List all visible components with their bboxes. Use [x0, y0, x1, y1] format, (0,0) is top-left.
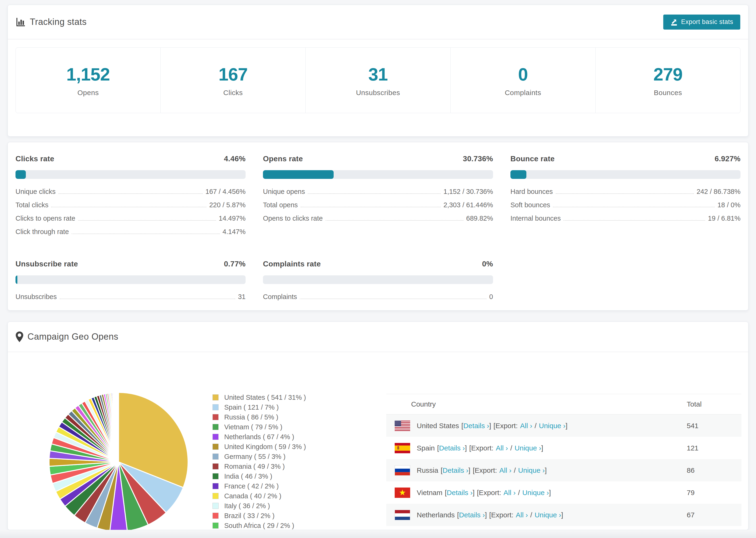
rate-detail-value: 14.497%	[219, 215, 246, 222]
rate-detail-value: 689.82%	[466, 215, 493, 222]
rate-panel-bounce-rate: Bounce rate6.927%Hard bounces242 / 86.73…	[511, 152, 740, 241]
legend-label: Italy ( 36 / 2% )	[224, 502, 270, 510]
total-value: 86	[687, 466, 741, 474]
details-link[interactable]: Details ›	[463, 422, 489, 430]
rate-detail-row: Unique opens1,152 / 30.736%	[263, 188, 493, 201]
rates-grid: Clicks rate4.46%Unique clicks167 / 4.456…	[16, 152, 740, 306]
export-basic-stats-button[interactable]: Export basic stats	[663, 15, 740, 29]
legend-label: Germany ( 55 / 3% )	[224, 453, 286, 460]
rate-progress-fill	[263, 170, 334, 179]
export-icon	[670, 18, 678, 26]
legend-item-france: France ( 42 / 2% )	[212, 481, 306, 491]
export-all-link[interactable]: All ›	[504, 489, 516, 497]
rate-panel-unsubscribe-rate: Unsubscribe rate0.77%Unsubscribes31	[16, 257, 245, 306]
legend-swatch	[212, 404, 219, 410]
total-value: 541	[687, 422, 741, 430]
legend-item-united-kingdom: United Kingdom ( 59 / 3% )	[212, 442, 306, 452]
rate-detail-value: 167 / 4.456%	[205, 188, 245, 195]
details-link[interactable]: Details ›	[447, 489, 473, 497]
country-name: United States	[417, 422, 459, 430]
rate-detail-row: Complaints0	[263, 293, 493, 306]
geo-section-title: Campaign Geo Opens	[27, 332, 118, 342]
export-unique-link[interactable]: Unique ›	[522, 489, 549, 497]
export-all-link[interactable]: All ›	[516, 511, 528, 519]
map-pin-icon	[16, 331, 23, 342]
legend-item-germany: Germany ( 55 / 3% )	[212, 452, 306, 461]
rate-detail-value: 220 / 5.87%	[209, 201, 245, 209]
export-unique-link[interactable]: Unique ›	[514, 444, 541, 452]
rate-detail-row: Clicks to opens rate14.497%	[16, 215, 245, 228]
stat-label: Opens	[78, 89, 99, 97]
rate-detail-label: Total opens	[263, 201, 298, 209]
bar-chart-icon	[16, 17, 26, 27]
details-link[interactable]: Details ›	[439, 444, 465, 452]
rate-title: Clicks rate	[16, 154, 54, 163]
nl-flag-icon	[395, 510, 410, 520]
rate-title: Complaints rate	[263, 260, 321, 268]
export-button-label: Export basic stats	[681, 18, 733, 26]
stat-label: Complaints	[505, 89, 541, 97]
rate-detail-label: Clicks to opens rate	[16, 215, 75, 222]
legend-item-romania: Romania ( 49 / 3% )	[212, 461, 306, 471]
legend-item-netherlands: Netherlands ( 67 / 4% )	[212, 432, 306, 442]
dotted-leader	[326, 220, 463, 221]
legend-item-united-states: United States ( 541 / 31% )	[212, 393, 306, 402]
stat-value: 31	[368, 64, 388, 84]
rate-detail-value: 0	[489, 293, 493, 301]
rate-detail-row: Soft bounces18 / 0%	[511, 201, 740, 215]
rate-progress-bar	[263, 170, 493, 179]
rate-value: 4.46%	[224, 154, 245, 163]
dotted-leader	[553, 207, 715, 207]
rate-progress-bar	[511, 170, 740, 179]
details-link[interactable]: Details ›	[459, 511, 485, 519]
rate-value: 6.927%	[715, 154, 740, 163]
vn-flag-icon	[395, 488, 410, 498]
rate-value: 0%	[482, 260, 493, 268]
export-unique-link[interactable]: Unique ›	[535, 511, 561, 519]
pie-slice-other[interactable]	[118, 393, 119, 462]
legend-item-brazil: Brazil ( 33 / 2% )	[212, 511, 306, 521]
legend-swatch	[212, 473, 219, 479]
rate-progress-bar	[263, 275, 493, 284]
tracking-stats-card: Tracking stats Export basic stats 1,152O…	[8, 5, 748, 136]
details-link[interactable]: Details ›	[443, 466, 468, 474]
rate-detail-label: Internal bounces	[511, 215, 561, 222]
legend-label: India ( 46 / 3% )	[224, 472, 272, 480]
stat-label: Bounces	[654, 89, 682, 97]
total-value: 67	[687, 511, 741, 519]
geo-table-row-vietnam: Vietnam[Details ›][Export:All ›/Unique ›…	[386, 481, 741, 504]
export-all-link[interactable]: All ›	[520, 422, 532, 430]
dotted-leader	[51, 207, 206, 207]
rate-detail-label: Soft bounces	[511, 201, 550, 209]
geo-pie-chart[interactable]	[48, 392, 189, 530]
export-all-link[interactable]: All ›	[496, 444, 508, 452]
rate-progress-bar	[16, 170, 245, 179]
legend-swatch	[212, 463, 219, 469]
rate-title: Unsubscribe rate	[16, 260, 78, 268]
country-name: Russia	[417, 466, 438, 474]
legend-label: United Kingdom ( 59 / 3% )	[224, 443, 306, 451]
legend-label: Russia ( 86 / 5% )	[224, 413, 278, 421]
rate-detail-label: Unique clicks	[16, 188, 56, 195]
rate-detail-value: 2,303 / 61.446%	[444, 201, 493, 209]
export-all-link[interactable]: All ›	[499, 466, 512, 474]
rate-detail-label: Complaints	[263, 293, 297, 301]
legend-item-india: India ( 46 / 3% )	[212, 471, 306, 481]
export-unique-link[interactable]: Unique ›	[539, 422, 566, 430]
country-name: Vietnam	[417, 489, 443, 497]
dotted-leader	[78, 220, 216, 221]
export-unique-link[interactable]: Unique ›	[518, 466, 545, 474]
geo-body: United States ( 541 / 31% )Spain ( 121 /…	[8, 352, 748, 530]
total-value: 79	[687, 489, 741, 497]
stat-cell-clicks: 167Clicks	[161, 48, 305, 113]
us-flag-icon	[395, 421, 410, 431]
dotted-leader	[300, 298, 486, 299]
rate-detail-row: Internal bounces19 / 6.81%	[511, 215, 740, 228]
rate-detail-label: Hard bounces	[511, 188, 553, 195]
rate-detail-row: Total clicks220 / 5.87%	[16, 201, 245, 215]
rate-detail-row: Total opens2,303 / 61.446%	[263, 201, 493, 215]
campaign-geo-opens-card: Campaign Geo Opens United States ( 541 /…	[8, 322, 748, 530]
campaign-stats-page: { "colors": { "teal": "#1789a0", "link_t…	[0, 0, 756, 538]
stat-value: 167	[219, 64, 248, 84]
stat-cell-unsubscribes: 31Unsubscribes	[306, 48, 451, 113]
